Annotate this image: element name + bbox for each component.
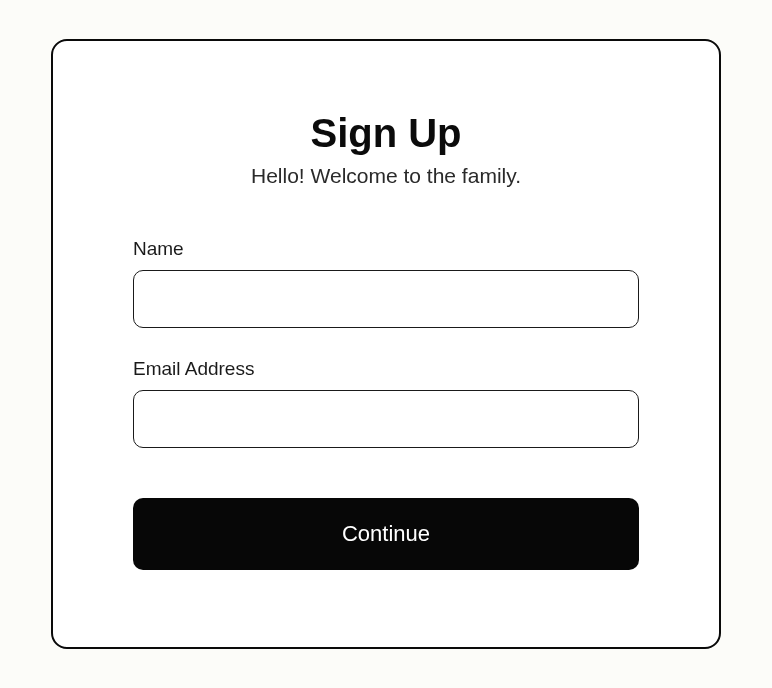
name-field-group: Name — [133, 238, 639, 328]
email-input[interactable] — [133, 390, 639, 448]
signup-card: Sign Up Hello! Welcome to the family. Na… — [51, 39, 721, 649]
continue-button[interactable]: Continue — [133, 498, 639, 570]
email-label: Email Address — [133, 358, 639, 380]
name-label: Name — [133, 238, 639, 260]
page-subtitle: Hello! Welcome to the family. — [133, 164, 639, 188]
email-field-group: Email Address — [133, 358, 639, 448]
name-input[interactable] — [133, 270, 639, 328]
page-title: Sign Up — [133, 111, 639, 156]
